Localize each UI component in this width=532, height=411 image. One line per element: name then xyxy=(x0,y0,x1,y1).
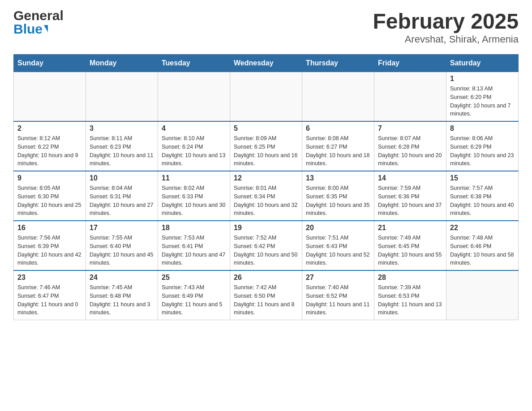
day-number: 3 xyxy=(90,124,154,133)
day-info: Sunrise: 7:57 AM Sunset: 6:38 PM Dayligh… xyxy=(450,184,515,218)
calendar-cell: 14Sunrise: 7:59 AM Sunset: 6:36 PM Dayli… xyxy=(374,171,446,221)
calendar-cell xyxy=(86,72,158,122)
day-info: Sunrise: 7:52 AM Sunset: 6:42 PM Dayligh… xyxy=(234,234,298,267)
day-number: 25 xyxy=(162,274,226,282)
calendar-cell xyxy=(446,270,519,320)
day-info: Sunrise: 8:07 AM Sunset: 6:28 PM Dayligh… xyxy=(378,134,442,168)
calendar-cell xyxy=(230,72,302,122)
calendar-cell: 22Sunrise: 7:48 AM Sunset: 6:46 PM Dayli… xyxy=(446,221,519,270)
day-info: Sunrise: 8:04 AM Sunset: 6:31 PM Dayligh… xyxy=(90,184,154,218)
calendar-cell: 12Sunrise: 8:01 AM Sunset: 6:34 PM Dayli… xyxy=(230,171,302,221)
day-info: Sunrise: 8:00 AM Sunset: 6:35 PM Dayligh… xyxy=(306,184,370,218)
day-number: 10 xyxy=(90,174,154,182)
logo-arrow-icon xyxy=(44,25,48,32)
day-number: 14 xyxy=(378,174,442,182)
calendar-cell: 21Sunrise: 7:49 AM Sunset: 6:45 PM Dayli… xyxy=(374,221,446,270)
day-number: 18 xyxy=(162,224,226,232)
calendar-cell: 1Sunrise: 8:13 AM Sunset: 6:20 PM Daylig… xyxy=(446,72,519,122)
day-number: 9 xyxy=(17,174,82,182)
day-number: 4 xyxy=(162,124,226,133)
logo: General Blue xyxy=(13,9,64,36)
day-number: 13 xyxy=(306,174,370,182)
calendar-cell: 6Sunrise: 8:08 AM Sunset: 6:27 PM Daylig… xyxy=(302,121,374,171)
calendar-cell: 3Sunrise: 8:11 AM Sunset: 6:23 PM Daylig… xyxy=(86,121,158,171)
col-thursday: Thursday xyxy=(302,55,374,72)
calendar-cell xyxy=(374,72,446,122)
calendar-cell: 19Sunrise: 7:52 AM Sunset: 6:42 PM Dayli… xyxy=(230,221,302,270)
calendar-cell: 5Sunrise: 8:09 AM Sunset: 6:25 PM Daylig… xyxy=(230,121,302,171)
page-header: General Blue February 2025 Arevshat, Shi… xyxy=(13,9,519,45)
day-number: 19 xyxy=(234,224,298,232)
calendar-week-1: 2Sunrise: 8:12 AM Sunset: 6:22 PM Daylig… xyxy=(14,121,519,171)
calendar-cell: 2Sunrise: 8:12 AM Sunset: 6:22 PM Daylig… xyxy=(14,121,86,171)
calendar-week-3: 16Sunrise: 7:56 AM Sunset: 6:39 PM Dayli… xyxy=(14,221,519,270)
calendar-cell: 27Sunrise: 7:40 AM Sunset: 6:52 PM Dayli… xyxy=(302,270,374,320)
day-number: 6 xyxy=(306,124,370,133)
title-block: February 2025 Arevshat, Shirak, Armenia xyxy=(373,9,519,45)
calendar-cell xyxy=(302,72,374,122)
day-info: Sunrise: 7:45 AM Sunset: 6:48 PM Dayligh… xyxy=(90,283,154,317)
calendar-week-2: 9Sunrise: 8:05 AM Sunset: 6:30 PM Daylig… xyxy=(14,171,519,221)
day-number: 24 xyxy=(90,274,154,282)
calendar-cell: 25Sunrise: 7:43 AM Sunset: 6:49 PM Dayli… xyxy=(158,270,230,320)
day-number: 28 xyxy=(378,274,442,282)
calendar-cell: 7Sunrise: 8:07 AM Sunset: 6:28 PM Daylig… xyxy=(374,121,446,171)
day-info: Sunrise: 7:46 AM Sunset: 6:47 PM Dayligh… xyxy=(17,283,82,317)
day-info: Sunrise: 8:11 AM Sunset: 6:23 PM Dayligh… xyxy=(90,134,154,168)
day-number: 26 xyxy=(234,274,298,282)
day-info: Sunrise: 8:08 AM Sunset: 6:27 PM Dayligh… xyxy=(306,134,370,168)
calendar-title: February 2025 xyxy=(373,9,519,34)
day-number: 17 xyxy=(90,224,154,232)
calendar-subtitle: Arevshat, Shirak, Armenia xyxy=(373,34,519,45)
col-tuesday: Tuesday xyxy=(158,55,230,72)
day-number: 22 xyxy=(450,224,515,232)
day-number: 8 xyxy=(450,124,515,133)
day-info: Sunrise: 7:53 AM Sunset: 6:41 PM Dayligh… xyxy=(162,234,226,267)
day-number: 16 xyxy=(17,224,82,232)
col-wednesday: Wednesday xyxy=(230,55,302,72)
day-info: Sunrise: 8:05 AM Sunset: 6:30 PM Dayligh… xyxy=(17,184,82,218)
day-info: Sunrise: 8:09 AM Sunset: 6:25 PM Dayligh… xyxy=(234,134,298,168)
col-saturday: Saturday xyxy=(446,55,519,72)
day-number: 23 xyxy=(17,274,82,282)
col-sunday: Sunday xyxy=(14,55,86,72)
day-info: Sunrise: 7:42 AM Sunset: 6:50 PM Dayligh… xyxy=(234,283,298,317)
day-number: 5 xyxy=(234,124,298,133)
day-info: Sunrise: 7:39 AM Sunset: 6:53 PM Dayligh… xyxy=(378,283,442,317)
calendar-cell: 9Sunrise: 8:05 AM Sunset: 6:30 PM Daylig… xyxy=(14,171,86,221)
day-info: Sunrise: 8:13 AM Sunset: 6:20 PM Dayligh… xyxy=(450,85,515,118)
day-number: 11 xyxy=(162,174,226,182)
day-info: Sunrise: 7:56 AM Sunset: 6:39 PM Dayligh… xyxy=(17,234,82,267)
calendar-cell: 8Sunrise: 8:06 AM Sunset: 6:29 PM Daylig… xyxy=(446,121,519,171)
calendar-cell: 10Sunrise: 8:04 AM Sunset: 6:31 PM Dayli… xyxy=(86,171,158,221)
day-info: Sunrise: 7:59 AM Sunset: 6:36 PM Dayligh… xyxy=(378,184,442,218)
calendar-cell: 20Sunrise: 7:51 AM Sunset: 6:43 PM Dayli… xyxy=(302,221,374,270)
day-info: Sunrise: 8:02 AM Sunset: 6:33 PM Dayligh… xyxy=(162,184,226,218)
calendar-cell: 17Sunrise: 7:55 AM Sunset: 6:40 PM Dayli… xyxy=(86,221,158,270)
calendar-cell: 26Sunrise: 7:42 AM Sunset: 6:50 PM Dayli… xyxy=(230,270,302,320)
calendar-cell: 15Sunrise: 7:57 AM Sunset: 6:38 PM Dayli… xyxy=(446,171,519,221)
col-friday: Friday xyxy=(374,55,446,72)
calendar-cell: 24Sunrise: 7:45 AM Sunset: 6:48 PM Dayli… xyxy=(86,270,158,320)
calendar-cell: 11Sunrise: 8:02 AM Sunset: 6:33 PM Dayli… xyxy=(158,171,230,221)
calendar-cell: 23Sunrise: 7:46 AM Sunset: 6:47 PM Dayli… xyxy=(14,270,86,320)
calendar-week-0: 1Sunrise: 8:13 AM Sunset: 6:20 PM Daylig… xyxy=(14,72,519,122)
day-info: Sunrise: 8:12 AM Sunset: 6:22 PM Dayligh… xyxy=(17,134,82,168)
logo-general-text: General xyxy=(13,9,64,22)
day-number: 1 xyxy=(450,75,515,83)
calendar-cell: 4Sunrise: 8:10 AM Sunset: 6:24 PM Daylig… xyxy=(158,121,230,171)
calendar-header-row: Sunday Monday Tuesday Wednesday Thursday… xyxy=(14,55,519,72)
day-number: 27 xyxy=(306,274,370,282)
day-info: Sunrise: 7:43 AM Sunset: 6:49 PM Dayligh… xyxy=(162,283,226,317)
day-info: Sunrise: 7:51 AM Sunset: 6:43 PM Dayligh… xyxy=(306,234,370,267)
day-info: Sunrise: 7:48 AM Sunset: 6:46 PM Dayligh… xyxy=(450,234,515,267)
calendar-table: Sunday Monday Tuesday Wednesday Thursday… xyxy=(13,54,519,320)
calendar-cell: 13Sunrise: 8:00 AM Sunset: 6:35 PM Dayli… xyxy=(302,171,374,221)
col-monday: Monday xyxy=(86,55,158,72)
day-number: 20 xyxy=(306,224,370,232)
day-info: Sunrise: 8:06 AM Sunset: 6:29 PM Dayligh… xyxy=(450,134,515,168)
day-number: 2 xyxy=(17,124,82,133)
calendar-cell: 16Sunrise: 7:56 AM Sunset: 6:39 PM Dayli… xyxy=(14,221,86,270)
calendar-cell: 18Sunrise: 7:53 AM Sunset: 6:41 PM Dayli… xyxy=(158,221,230,270)
calendar-week-4: 23Sunrise: 7:46 AM Sunset: 6:47 PM Dayli… xyxy=(14,270,519,320)
